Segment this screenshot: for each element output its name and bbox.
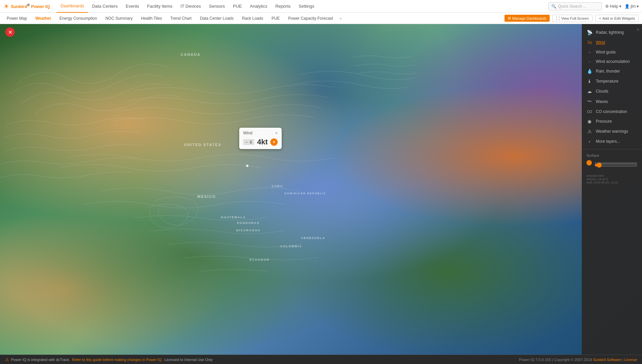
location-dot [246,164,249,167]
tab-pue[interactable]: PUE [268,13,283,24]
bottom-bar: ⚠ Power IQ is integrated with dcTrack. R… [0,355,642,364]
nav-pue[interactable]: PUE [229,0,246,13]
manage-dashboards-button[interactable]: ⊞ Manage Dashboards [505,15,550,22]
license-text: Licensed to Internal Use Only [165,358,213,362]
logo-icon: ☀ [3,2,9,10]
tab-power-capacity[interactable]: Power Capacity Forecast [285,13,336,24]
wind-popup-title: Wind × [243,130,278,136]
tab-health-tiles[interactable]: Health Tiles [137,13,165,24]
weather-warnings-icon: ⚠ [586,129,592,134]
tab-trend-chart[interactable]: Trend Chart [167,13,195,24]
sunbird-link[interactable]: Sunbird Software [593,358,621,362]
temperature-label: Temperature [596,79,618,84]
clouds-label: Clouds [596,89,608,94]
wind-direction: ← E [243,139,254,145]
map-close-button[interactable]: ✕ [5,27,15,37]
brand-name: Sunbird [11,4,27,9]
waves-label: Waves [596,99,608,104]
nav-facilityitems[interactable]: Facility Items [143,0,177,13]
surface-track[interactable] [594,162,637,163]
rain-thunder-icon: 💧 [586,69,592,74]
right-panel: ≡ 📡 Radar, lightning 🌬 Wind ≈ Wind gusts… [582,24,642,355]
add-widgets-button[interactable]: + Add or Edit Widgets [595,15,639,22]
nav-dashboards[interactable]: Dashboards [57,0,88,13]
pressure-icon: ◉ [586,119,592,124]
search-box[interactable]: 🔍 Quick Search ... [548,2,602,10]
map-container[interactable]: CANADA UNITED STATES MEXICO GUATEMALA HO… [0,24,642,355]
manage-icon: ⊞ [508,16,511,20]
surface-label: Surface [586,153,637,157]
panel-handle[interactable]: ≡ [637,27,639,32]
user-button[interactable]: 👤 jim ▾ [625,4,639,9]
wind-popup-value: ← E 4kt ▾ [243,138,278,146]
warning-icon: ⚠ [5,357,9,362]
nav-settings[interactable]: Settings [295,0,318,13]
wind-layer-label: Wind [596,40,605,45]
layer-more[interactable]: ‹ More layers... [582,136,642,146]
layer-clouds[interactable]: ☁ Clouds [582,86,642,96]
tab-energy-consumption[interactable]: Energy Consumption [56,13,100,24]
co-icon: CO [586,110,592,114]
more-layers-icon: ‹ [586,139,592,144]
surface-slider[interactable] [586,160,637,165]
meta-build: built: 2019-05-20, 14:31 [586,181,637,184]
temperature-icon: 🌡 [586,79,592,84]
layer-rain-thunder[interactable]: 💧 Rain, thunder [582,66,642,76]
layer-weather-warnings[interactable]: ⚠ Weather warnings [582,126,642,136]
weather-map: CANADA UNITED STATES MEXICO GUATEMALA HO… [0,24,642,355]
help-label: Help [610,4,618,9]
main-nav: Dashboards Data Centers Events Facility … [57,0,548,13]
product-name: Power IQ [31,4,50,9]
nav-events[interactable]: Events [122,0,143,13]
nav-analytics[interactable]: Analytics [246,0,271,13]
logo[interactable]: ☀ Sunbird® Power IQ [3,2,50,10]
search-placeholder: Quick Search ... [558,4,586,9]
layer-wind-accumulation[interactable]: ○ Wind accumulation [582,57,642,66]
clouds-icon: ☁ [586,89,592,94]
layer-radar-lightning[interactable]: 📡 Radar, lightning [582,27,642,37]
tab-scroll-right[interactable]: » [338,16,343,20]
dctrack-link[interactable]: Refer to this guide before making change… [72,358,162,362]
wind-gusts-label: Wind gusts [596,50,616,54]
layer-pressure[interactable]: ◉ Pressure [582,116,642,126]
nav-sensors[interactable]: Sensors [205,0,229,13]
layer-wind-gusts[interactable]: ≈ Wind gusts [582,47,642,57]
layer-temperature[interactable]: 🌡 Temperature [582,76,642,86]
layer-co[interactable]: CO CO concentration [582,107,642,116]
top-navigation: ☀ Sunbird® Power IQ Dashboards Data Cent… [0,0,642,13]
nav-datacenters[interactable]: Data Centers [88,0,122,13]
wind-label: Wind [243,131,252,135]
nav-itdevices[interactable]: IT Devices [176,0,205,13]
layer-waves[interactable]: 〜 Waves [582,96,642,107]
wind-icon: 🌬 [586,40,592,45]
surface-dot [586,160,592,165]
weather-warnings-label: Weather warnings [596,129,628,134]
copyright-text: Power IQ 7.0.0-155 | Copyright © 2007-20… [519,358,592,362]
user-icon: 👤 [625,4,630,9]
wind-popup-close-button[interactable]: × [275,130,278,136]
radar-lightning-icon: 📡 [586,30,592,35]
right-nav: 🔍 Quick Search ... ⚙ Help ▾ 👤 jim ▾ [548,2,639,10]
wind-popup: Wind × ← E 4kt ▾ [239,128,282,149]
layer-wind[interactable]: 🌬 Wind [582,37,642,47]
help-icon: ⚙ [605,4,609,9]
wind-accum-icon: ○ [586,60,592,64]
nav-reports[interactable]: Reports [271,0,295,13]
tab-datacenter-loads[interactable]: Data Center Loads [197,13,237,24]
help-button[interactable]: ⚙ Help ▾ [605,4,621,9]
add-icon: + [599,16,601,20]
dashboard-actions: ⊞ Manage Dashboards ⛶ View Full-Screen +… [505,15,639,22]
tab-noc-summary[interactable]: NOC Summary [102,13,136,24]
tab-weather[interactable]: Weather [32,13,55,24]
warning-text: Power IQ is integrated with dcTrack. [11,358,70,362]
wind-dropdown-button[interactable]: ▾ [270,138,278,146]
rain-thunder-label: Rain, thunder [596,69,620,74]
license-link[interactable]: License [624,358,637,362]
surface-range-input[interactable] [594,162,637,168]
tab-power-map[interactable]: Power Map [3,13,30,24]
dashboard-nav: Power Map Weather Energy Consumption NOC… [0,13,642,24]
user-label: jim [631,4,636,9]
tab-rack-loads[interactable]: Rack Loads [239,13,266,24]
pressure-label: Pressure [596,119,612,124]
fullscreen-button[interactable]: ⛶ View Full-Screen [552,15,592,22]
